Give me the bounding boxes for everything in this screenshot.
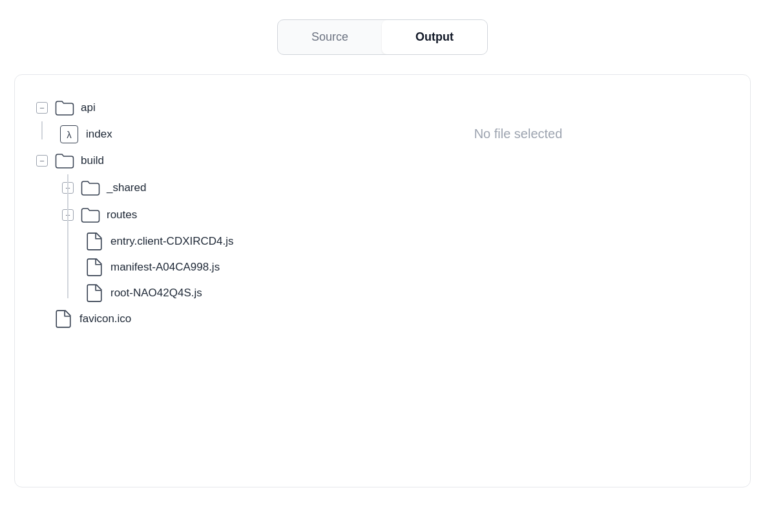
api-folder-row[interactable]: − api bbox=[34, 94, 306, 121]
favicon-label: favicon.ico bbox=[79, 312, 131, 325]
no-file-text: No file selected bbox=[474, 127, 563, 141]
build-label: build bbox=[81, 154, 104, 167]
manifest-label: manifest-A04CA998.js bbox=[110, 261, 220, 274]
routes-folder-row[interactable]: + routes bbox=[34, 201, 306, 229]
manifest-file-row[interactable]: manifest-A04CA998.js bbox=[34, 254, 306, 280]
favicon-file-row[interactable]: favicon.ico bbox=[34, 306, 306, 332]
api-node: − api λ index bbox=[34, 94, 306, 147]
tab-output[interactable]: Output bbox=[382, 20, 487, 54]
entry-file-row[interactable]: entry.client-CDXIRCD4.js bbox=[34, 229, 306, 254]
api-index-row[interactable]: λ index bbox=[34, 121, 306, 147]
favicon-node: favicon.ico bbox=[34, 306, 306, 332]
build-expand-icon[interactable]: − bbox=[34, 153, 50, 169]
shared-label: _shared bbox=[107, 181, 146, 194]
manifest-file-icon bbox=[86, 258, 103, 276]
entry-label: entry.client-CDXIRCD4.js bbox=[110, 235, 234, 248]
favicon-file-icon bbox=[55, 310, 72, 328]
build-folder-icon bbox=[55, 151, 74, 170]
build-node: − build + _shared bbox=[34, 147, 306, 306]
root-file-icon bbox=[86, 284, 103, 302]
entry-file-icon bbox=[86, 232, 103, 251]
routes-expand-icon[interactable]: + bbox=[60, 207, 76, 223]
api-index-label: index bbox=[86, 128, 112, 141]
shared-expand-icon[interactable]: + bbox=[60, 180, 76, 196]
build-children: + _shared + routes bbox=[34, 174, 306, 306]
api-children: λ index bbox=[34, 121, 306, 147]
api-label: api bbox=[81, 101, 96, 114]
root-file-row[interactable]: root-NAO42Q4S.js bbox=[34, 280, 306, 306]
shared-expand-box: + bbox=[62, 182, 74, 194]
shared-folder-icon bbox=[81, 178, 100, 198]
file-tree: − api λ index − bbox=[34, 94, 306, 467]
lambda-icon: λ bbox=[60, 125, 78, 143]
api-expand-icon[interactable]: − bbox=[34, 100, 50, 116]
api-folder-icon bbox=[55, 98, 74, 118]
routes-folder-icon bbox=[81, 205, 100, 225]
build-expand-box: − bbox=[36, 155, 48, 167]
shared-folder-row[interactable]: + _shared bbox=[34, 174, 306, 201]
tab-source[interactable]: Source bbox=[278, 20, 382, 54]
api-expand-box: − bbox=[36, 102, 48, 114]
tab-switcher: Source Output bbox=[277, 19, 488, 55]
build-folder-row[interactable]: − build bbox=[34, 147, 306, 174]
main-panel: − api λ index − bbox=[14, 74, 751, 487]
root-label: root-NAO42Q4S.js bbox=[110, 287, 202, 300]
no-file-panel: No file selected bbox=[306, 94, 731, 467]
routes-expand-box: + bbox=[62, 209, 74, 221]
routes-label: routes bbox=[107, 209, 137, 221]
